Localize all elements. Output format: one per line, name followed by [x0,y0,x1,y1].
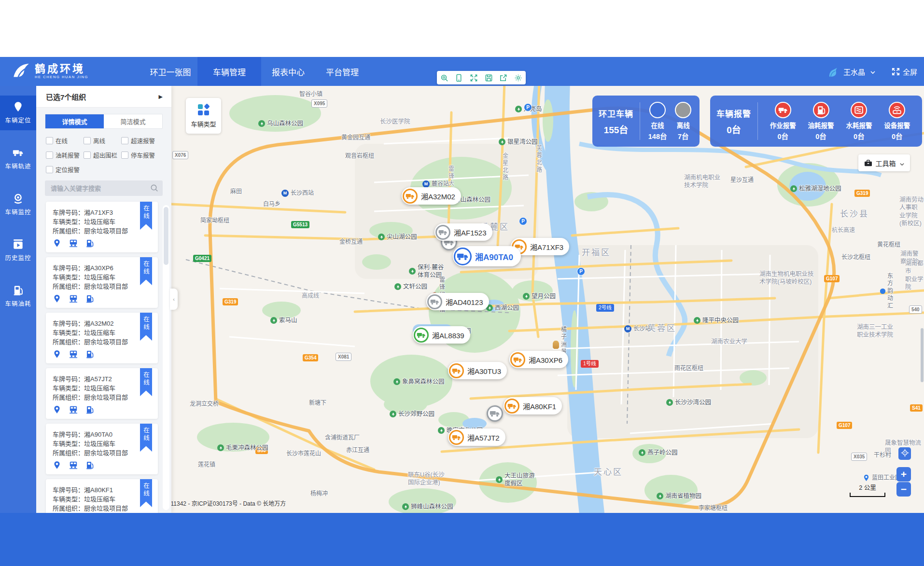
page-scrollbar-thumb[interactable] [921,328,924,382]
checkbox[interactable] [46,152,53,159]
checkbox[interactable] [46,166,53,173]
filter-option-5[interactable]: 超出围栏 [84,151,121,160]
vehicle-type-button[interactable]: 车辆类型 [186,98,221,134]
locate-pin-icon[interactable] [53,239,61,248]
filter-option-4[interactable]: 油耗报警 [46,151,84,160]
vehicle-track-icon[interactable] [69,294,78,303]
locate-pin-icon[interactable] [53,405,61,414]
org-selector[interactable]: 已选7个组织 ▶ [36,86,171,108]
sidebar-item-1[interactable]: 车辆定位 [0,96,36,130]
offline-stat: 离线 7台 [675,102,691,141]
vehicle-marker-partial[interactable] [487,405,503,422]
vehicle-marker[interactable]: 湘A32M02 [402,187,461,205]
vehicle-marker[interactable]: 湘A80KF1 [504,397,562,414]
fuel-pump-icon[interactable] [85,405,94,414]
sidebar-item-5[interactable]: 车辆油耗 [0,279,36,314]
vehicle-card[interactable]: 车牌号码：湘A30XP6车辆类型：垃圾压缩车所属组织：厨余垃圾项目部在线 [46,257,158,308]
mode-tab-2[interactable]: 简洁模式 [104,114,162,128]
share-icon[interactable] [499,74,507,82]
park-icon [438,427,445,434]
fuel-pump-icon[interactable] [85,294,94,303]
zoom-search-icon[interactable] [440,74,448,82]
truck-icon [454,248,472,265]
vehicle-marker[interactable]: 湘AL8839 [413,326,470,344]
fuel-pump-icon[interactable] [85,350,94,359]
tablet-icon[interactable] [455,74,463,82]
chevron-down-icon[interactable] [870,69,876,74]
vehicle-track-icon[interactable] [69,239,78,248]
locate-pin-icon[interactable] [53,461,61,469]
map-label-text: 莲花镇 [198,461,215,469]
vehicle-card[interactable]: 车牌号码：湘A32M02车辆类型：垃圾压缩车所属组织：厨余垃圾项目部在线 [46,313,158,363]
checkbox[interactable] [84,152,91,159]
vehicle-track-icon[interactable] [69,461,78,469]
vehicle-card[interactable]: 车牌号码：湘A57JT2车辆类型：垃圾压缩车所属组织：厨余垃圾项目部在线 [46,368,158,419]
filter-option-6[interactable]: 停车报警 [121,151,164,160]
map-label-text: 长沙市莲花山 [286,450,321,458]
nav-tab-3[interactable]: 报表中心 [261,57,315,86]
settings-gear-icon[interactable] [514,74,522,82]
search-icon[interactable] [150,184,158,192]
expand-right-icon[interactable]: ▶ [159,94,163,100]
checkbox[interactable] [121,152,128,159]
map-label-text: 1号线 [581,360,599,368]
vehicle-marker[interactable]: 湘A57JT2 [448,428,505,446]
zoom-in-button[interactable]: + [896,467,911,482]
user-avatar[interactable] [826,65,839,78]
save-icon[interactable] [485,74,493,82]
mode-tab-1[interactable]: 详情模式 [45,114,104,128]
locate-button[interactable] [898,447,911,460]
map-container[interactable]: 智谷小镇乌山森林公园长沙医学院黄金园互通月亮岛银星湾公园观音岩枢纽谷山森林公园M… [171,86,924,513]
panel-collapse-button[interactable]: ‹ [170,289,178,310]
filter-option-3[interactable]: 超速报警 [121,136,164,145]
map-label: G0421 [193,255,211,262]
fuel-pump-icon[interactable] [85,461,94,469]
locate-pin-icon[interactable] [53,294,61,303]
vehicle-marker[interactable]: 湘A90TA0 [453,246,521,266]
park-icon [639,449,645,456]
scrollbar-thumb[interactable] [164,207,168,265]
checkbox[interactable] [46,137,53,144]
sidebar-item-3[interactable]: 车辆监控 [0,187,36,222]
zoom-out-button[interactable]: − [896,482,911,497]
brand-logo: 鹤成环境 HE CHENG HUAN JING [11,61,88,81]
nav-tab-1[interactable]: 环卫一张图 [143,57,197,86]
map-label-text: G107 [837,422,852,429]
toolbox-button[interactable]: 工具箱 [858,154,910,171]
vehicle-card[interactable]: 车牌号码：湘A80KF1车辆类型：垃圾压缩车所属组织：厨余垃圾项目部在线 [46,479,158,513]
panel-scrollbar[interactable] [163,205,169,510]
map-label: M长沙站 [624,325,651,333]
vehicle-marker[interactable]: 湘AD40123 [426,293,489,310]
fuel-pump-icon[interactable] [85,239,94,248]
fullscreen-button[interactable]: 全屏 [891,67,917,77]
vehicle-card[interactable]: 车牌号码：湘A71XF3车辆类型：垃圾压缩车所属组织：厨余垃圾项目部在线 [46,202,158,252]
nav-tab-2[interactable]: 车辆管理 [197,57,261,86]
vehicle-marker[interactable]: 湘A30XP6 [509,351,568,368]
vehicle-track-icon[interactable] [69,350,78,359]
truck-icon [403,189,418,204]
park-icon [515,106,522,112]
map-label-text: 燕子岭公园 [647,449,678,456]
locate-pin-icon[interactable] [53,350,61,359]
sidebar-item-2[interactable]: 车辆轨迹 [0,141,36,176]
filter-option-1[interactable]: 在线 [46,136,84,145]
vehicle-type-row: 车辆类型：垃圾压缩车 [53,384,151,393]
field-label: 车辆类型： [53,496,84,503]
vehicle-marker[interactable]: 湘A30TU3 [448,362,507,379]
checkbox[interactable] [121,137,128,144]
user-name[interactable]: 王水晶 [843,67,865,77]
vehicle-track-icon[interactable] [69,405,78,414]
filter-option-2[interactable]: 离线 [84,136,121,145]
measure-expand-icon[interactable] [470,74,478,82]
nav-tab-4[interactable]: 平台管理 [315,57,369,86]
map-label: 保利·麓谷 体育公园 [409,263,444,279]
search-input[interactable] [45,180,163,196]
filter-option-7[interactable]: 定位报警 [46,165,84,174]
vehicle-marker[interactable]: 湘AF1523 [434,223,492,241]
checkbox[interactable] [84,137,91,144]
vehicle-card[interactable]: 车牌号码：湘A90TA0车辆类型：垃圾压缩车所属组织：厨余垃圾项目部在线 [46,424,158,474]
map-label-text: X095 [311,99,327,108]
sidebar-item-4[interactable]: 历史监控 [0,233,36,268]
marker-plate: 湘A30XP6 [529,355,562,365]
map-label: 长沙市莲花山 [286,450,321,458]
